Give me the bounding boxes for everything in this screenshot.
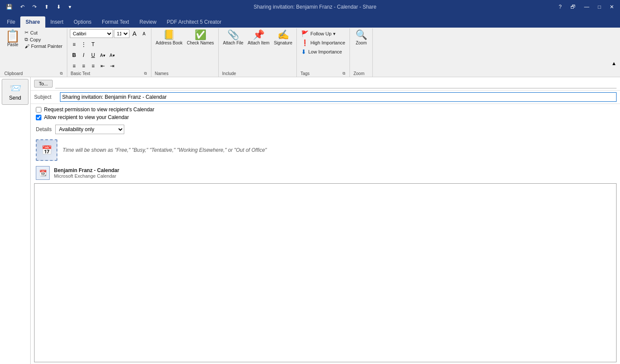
zoom-group: 🔍 Zoom Zoom xyxy=(350,28,373,77)
numbered-list-button[interactable]: ⋮ xyxy=(79,40,88,49)
font-select[interactable]: Calibri xyxy=(70,29,113,38)
request-permission-row: Request permission to view recipient's C… xyxy=(36,107,615,113)
paste-button[interactable]: 📋 Paste xyxy=(3,29,22,48)
to-row: To... xyxy=(31,77,620,91)
zoom-button[interactable]: 🔍 Zoom xyxy=(352,29,370,46)
customize-icon[interactable]: ▾ xyxy=(66,3,74,11)
underline-button[interactable]: U xyxy=(89,51,98,60)
send-area: 📨 Send xyxy=(0,77,31,364)
align-row: ≡ ≡ ≡ ⇤ ⇥ xyxy=(70,62,116,70)
address-book-button[interactable]: 📒 Address Book xyxy=(154,29,184,46)
font-size-select[interactable]: 11 xyxy=(114,29,129,38)
decrease-font-button[interactable]: A xyxy=(140,29,148,38)
basic-text-content: Calibri 11 A A ≡ ⋮ T B xyxy=(70,29,148,71)
highlight-button[interactable]: A▾ xyxy=(98,51,107,60)
include-footer: Include xyxy=(221,71,294,77)
decrease-indent-button[interactable]: ⇤ xyxy=(98,62,107,70)
bullet-list-button[interactable]: ≡ xyxy=(70,40,79,49)
details-select[interactable]: Availability only Limited details Full d… xyxy=(55,125,124,134)
copy-icon: ⧉ xyxy=(25,37,28,42)
close-button[interactable]: ✕ xyxy=(607,3,617,11)
names-footer: Names xyxy=(154,71,216,77)
title-bar: 💾 ↶ ↷ ⬆ ⬇ ▾ Sharing invitation: Benjamin… xyxy=(0,0,620,14)
minimize-button[interactable]: — xyxy=(582,3,592,11)
to-button[interactable]: To... xyxy=(34,80,53,88)
ribbon-collapse-button[interactable]: ▲ xyxy=(611,60,617,66)
italic-button[interactable]: I xyxy=(79,51,88,60)
save-icon[interactable]: 💾 xyxy=(3,3,15,11)
high-importance-button[interactable]: ❗ High Importance xyxy=(299,38,347,47)
download-icon[interactable]: ⬇ xyxy=(54,3,63,11)
calendar-name: Benjamin Franz - Calendar xyxy=(54,167,119,173)
title-bar-left: 💾 ↶ ↷ ⬆ ⬇ ▾ xyxy=(3,3,74,11)
allow-view-row: Allow recipient to view your Calendar xyxy=(36,114,615,120)
calendar-exchange-icon: 📆 xyxy=(39,169,47,176)
increase-font-button[interactable]: A xyxy=(130,29,139,38)
send-button[interactable]: 📨 Send xyxy=(2,79,28,105)
attach-file-icon: 📎 xyxy=(227,30,239,40)
send-icon: 📨 xyxy=(9,83,21,94)
tab-options[interactable]: Options xyxy=(69,16,97,28)
zoom-content: 🔍 Zoom xyxy=(352,29,370,71)
checkboxes-area: Request permission to view recipient's C… xyxy=(31,104,620,123)
subject-row: Subject xyxy=(31,91,620,104)
maximize-button[interactable]: □ xyxy=(595,3,604,11)
tab-insert[interactable]: Insert xyxy=(45,16,69,28)
email-compose: 📨 Send To... Subject Request permission … xyxy=(0,77,620,364)
attach-item-button[interactable]: 📌 Attach Item xyxy=(246,29,271,46)
tab-pdf-architect[interactable]: PDF Architect 5 Creator xyxy=(162,16,227,28)
allow-view-label: Allow recipient to view your Calendar xyxy=(44,114,129,120)
calendar-info: 📅 Time will be shown as "Free," "Busy," … xyxy=(31,136,620,164)
low-importance-button[interactable]: ⬇ Low Importance xyxy=(299,47,347,56)
time-description: Time will be shown as "Free," "Busy," "T… xyxy=(63,147,267,153)
upload-icon[interactable]: ⬆ xyxy=(42,3,51,11)
check-names-button[interactable]: ✅ Check Names xyxy=(185,29,216,46)
basic-text-footer: Basic Text ⧉ xyxy=(70,71,148,77)
clipboard-group: 📋 Paste ✂ Cut ⧉ Copy 🖌 xyxy=(1,28,67,77)
zoom-footer: Zoom xyxy=(352,71,370,77)
align-left-button[interactable]: ≡ xyxy=(70,62,79,70)
tab-review[interactable]: Review xyxy=(134,16,161,28)
basic-text-expand-button[interactable]: ⧉ xyxy=(143,71,148,76)
high-importance-icon: ❗ xyxy=(301,39,308,46)
signature-button[interactable]: ✍ Signature xyxy=(272,29,294,46)
redo-icon[interactable]: ↷ xyxy=(30,3,39,11)
low-importance-icon: ⬇ xyxy=(301,48,306,55)
request-permission-checkbox[interactable] xyxy=(36,107,41,113)
tags-expand-button[interactable]: ⧉ xyxy=(342,71,346,76)
app-window: 💾 ↶ ↷ ⬆ ⬇ ▾ Sharing invitation: Benjamin… xyxy=(0,0,620,364)
tab-file[interactable]: File xyxy=(2,16,20,28)
small-clipboard-buttons: ✂ Cut ⧉ Copy 🖌 Format Painter xyxy=(23,29,64,49)
help-button[interactable]: ? xyxy=(556,3,564,11)
zoom-icon: 🔍 xyxy=(356,30,367,40)
bold-button[interactable]: B xyxy=(70,51,79,60)
attach-file-button[interactable]: 📎 Attach File xyxy=(221,29,245,46)
paste-label: Paste xyxy=(7,42,19,47)
flag-icon: 🚩 xyxy=(301,30,308,37)
calendar-sub: Microsoft Exchange Calendar xyxy=(54,173,119,179)
format-painter-button[interactable]: 🖌 Format Painter xyxy=(23,43,64,49)
subject-input[interactable] xyxy=(60,92,617,102)
list-row: ≡ ⋮ T xyxy=(70,40,98,49)
tab-format-text[interactable]: Format Text xyxy=(97,16,134,28)
message-body[interactable] xyxy=(34,183,617,362)
tab-share[interactable]: Share xyxy=(20,16,45,28)
copy-button[interactable]: ⧉ Copy xyxy=(23,36,64,43)
clear-format-button[interactable]: T xyxy=(89,40,98,49)
clipboard-footer: Clipboard ⧉ xyxy=(3,71,64,77)
follow-up-button[interactable]: 🚩 Follow Up ▾ xyxy=(299,29,337,38)
font-color-button[interactable]: A▾ xyxy=(108,51,116,60)
format-painter-icon: 🖌 xyxy=(25,44,29,49)
tags-content: 🚩 Follow Up ▾ ❗ High Importance ⬇ Low Im… xyxy=(299,29,347,71)
align-right-button[interactable]: ≡ xyxy=(89,62,98,70)
restore-button[interactable]: 🗗 xyxy=(568,3,578,11)
increase-indent-button[interactable]: ⇥ xyxy=(108,62,116,70)
allow-view-checkbox[interactable] xyxy=(36,115,41,120)
ribbon-tabs: File Share Insert Options Format Text Re… xyxy=(0,14,620,28)
to-input[interactable] xyxy=(55,79,617,88)
clipboard-expand-button[interactable]: ⧉ xyxy=(59,71,63,76)
cut-button[interactable]: ✂ Cut xyxy=(23,29,64,36)
align-center-button[interactable]: ≡ xyxy=(79,62,88,70)
undo-icon[interactable]: ↶ xyxy=(18,3,27,11)
title-bar-right: ? 🗗 — □ ✕ xyxy=(556,3,617,11)
